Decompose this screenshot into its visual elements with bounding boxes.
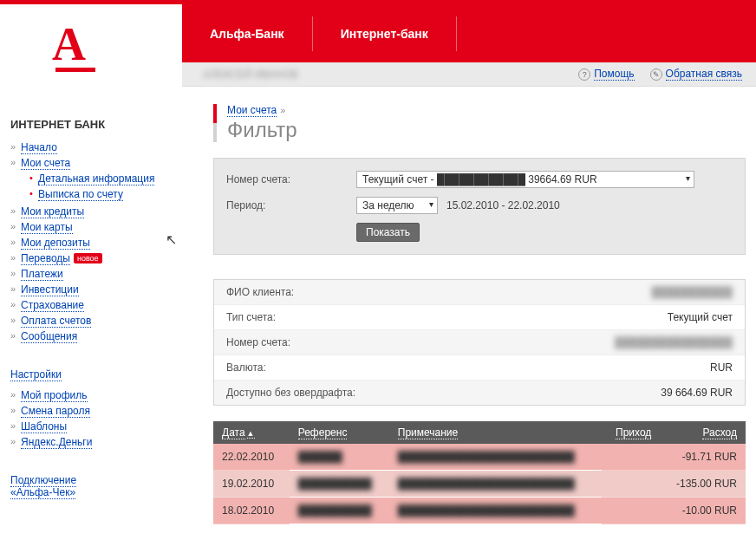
info-acctnum-label: Номер счета: [226, 336, 290, 348]
sidebar-sub-detail[interactable]: Детальная информация [38, 172, 154, 185]
table-row[interactable]: 18.02.2010 ██████████ ██████████████████… [213, 498, 746, 524]
info-currency-value: RUR [710, 361, 733, 374]
feedback-link[interactable]: ✎ Обратная связь [650, 68, 742, 81]
info-available-value: 39 664.69 RUR [661, 387, 733, 399]
breadcrumb-parent[interactable]: Мои счета [227, 104, 277, 117]
cell-date: 22.02.2010 [213, 444, 290, 471]
th-out[interactable]: Расход [660, 421, 746, 444]
cell-in [602, 471, 660, 498]
sidebar-item-start[interactable]: Начало [21, 141, 57, 154]
main-tabs: Альфа-Банк Интернет-банк [182, 4, 756, 62]
info-acctnum-value: ████████████████ [615, 336, 733, 348]
sidebar-item-cards[interactable]: Мои карты [21, 221, 73, 234]
sidebar-settings-yandex[interactable]: Яндекс.Деньги [21, 436, 92, 449]
cell-date: 18.02.2010 [213, 498, 290, 524]
info-type-label: Тип счета: [226, 311, 276, 323]
th-note[interactable]: Примечание [389, 421, 602, 444]
help-icon: ? [578, 68, 590, 81]
sidebar-settings-title[interactable]: Настройки [10, 368, 62, 381]
sidebar-item-bills[interactable]: Оплата счетов [21, 315, 91, 328]
cell-ref: ██████ [290, 444, 389, 471]
th-date[interactable]: Дата▲ [213, 421, 290, 444]
account-info: ФИО клиента:███████████ Тип счета:Текущи… [213, 279, 746, 406]
table-row[interactable]: 22.02.2010 ██████ ██████████████████████… [213, 444, 746, 471]
cell-note: ████████████████████████ [389, 471, 602, 498]
th-in[interactable]: Приход [602, 421, 660, 444]
sidebar-item-deposits[interactable]: Мои депозиты [21, 237, 90, 250]
info-fio-value: ███████████ [651, 286, 733, 298]
cell-note: ████████████████████████ [389, 498, 602, 524]
cell-ref: ██████████ [290, 498, 389, 524]
th-ref[interactable]: Референс [290, 421, 389, 444]
cursor-icon: ↖ [166, 231, 177, 248]
badge-new: новое [74, 253, 102, 263]
page-title: Фильтр [227, 118, 746, 142]
sidebar-item-payments[interactable]: Платежи [21, 268, 63, 281]
period-select[interactable]: За неделю [356, 197, 438, 214]
help-link[interactable]: ? Помощь [578, 68, 634, 81]
feedback-icon: ✎ [650, 68, 662, 81]
feedback-label[interactable]: Обратная связь [666, 68, 742, 81]
cell-in [602, 444, 660, 471]
sidebar-settings-profile[interactable]: Мой профиль [21, 389, 88, 402]
cell-out: -10.00 RUR [660, 498, 746, 524]
sidebar-item-transfers[interactable]: Переводы [21, 252, 70, 265]
tab-alfabank[interactable]: Альфа-Банк [182, 16, 313, 51]
tab-internet-bank[interactable]: Интернет-банк [313, 16, 457, 51]
cell-in [602, 498, 660, 524]
cell-date: 19.02.2010 [213, 471, 290, 498]
info-fio-label: ФИО клиента: [226, 286, 294, 298]
chevron-right-icon: » [280, 105, 285, 115]
sidebar-sub-statement[interactable]: Выписка по счету [38, 188, 123, 201]
sidebar-alfacheck2[interactable]: «Альфа-Чек» [10, 486, 75, 499]
show-button[interactable]: Показать [356, 223, 420, 242]
cell-note: ████████████████████████ [389, 444, 602, 471]
info-available-label: Доступно без овердрафта: [226, 387, 355, 399]
cell-out: -91.71 RUR [660, 444, 746, 471]
filter-period-label: Период: [226, 199, 356, 211]
logo[interactable]: A [52, 21, 86, 68]
sidebar-item-invest[interactable]: Инвестиции [21, 283, 79, 296]
sidebar-settings-password[interactable]: Смена пароля [21, 405, 90, 418]
cell-ref: ██████████ [290, 471, 389, 498]
sidebar-item-credits[interactable]: Мои кредиты [21, 205, 84, 218]
sidebar-item-messages[interactable]: Сообщения [21, 330, 77, 343]
filter-panel: Номер счета: Текущий счет - ████████████… [213, 158, 746, 255]
account-select[interactable]: Текущий счет - ████████████ 39664.69 RUR [356, 171, 694, 188]
period-range: 15.02.2010 - 22.02.2010 [446, 199, 560, 211]
transactions-table: Дата▲ Референс Примечание Приход Расход … [213, 421, 746, 524]
sidebar-title: ИНТЕРНЕТ БАНК [10, 118, 172, 131]
sidebar-settings-templates[interactable]: Шаблоны [21, 420, 67, 433]
help-label[interactable]: Помощь [594, 68, 634, 81]
info-type-value: Текущий счет [668, 311, 733, 323]
table-row[interactable]: 19.02.2010 ██████████ ██████████████████… [213, 471, 746, 498]
cell-out: -135.00 RUR [660, 471, 746, 498]
info-currency-label: Валюта: [226, 361, 266, 374]
sort-asc-icon: ▲ [247, 429, 255, 439]
sidebar-item-accounts[interactable]: Мои счета [21, 157, 70, 170]
sidebar-nav: Начало Мои счета Детальная информация Вы… [10, 140, 172, 344]
user-name: АЛЕКСЕЙ ИВАНОВ [203, 68, 298, 81]
filter-account-label: Номер счета: [226, 173, 356, 185]
sidebar-item-insurance[interactable]: Страхование [21, 299, 84, 312]
sidebar-alfacheck1[interactable]: Подключение [10, 474, 76, 487]
